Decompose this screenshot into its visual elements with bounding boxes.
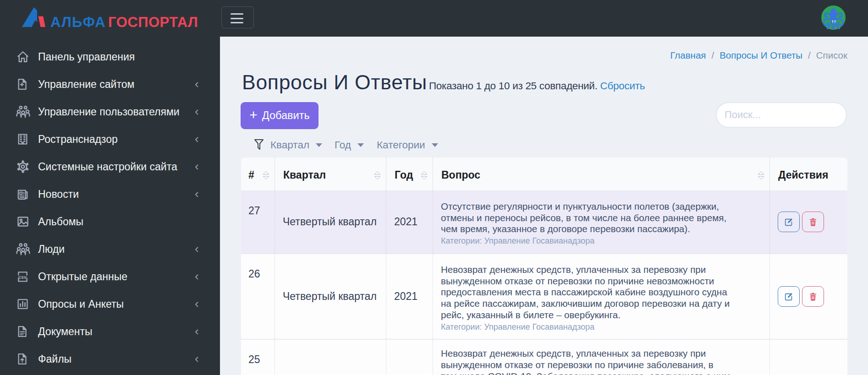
svg-text:csv: csv: [18, 274, 27, 280]
